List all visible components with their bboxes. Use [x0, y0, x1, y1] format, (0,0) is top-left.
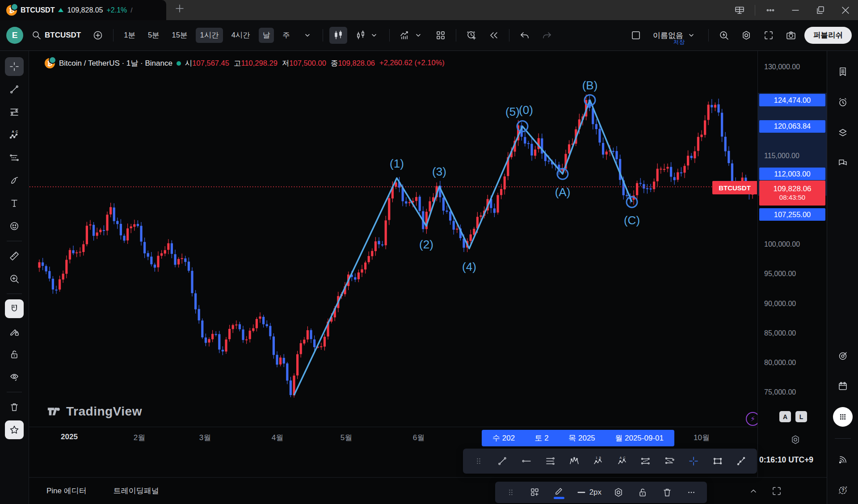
candle-body: [663, 169, 665, 170]
watchlist-button[interactable]: [833, 63, 852, 81]
multi-monitor-button[interactable]: [727, 0, 752, 20]
symbol-legend[interactable]: ₿ Bitcoin / TetherUS · 1날 · Binance 시107…: [45, 58, 445, 68]
apps-grid-icon: [838, 412, 848, 422]
line-width-button[interactable]: 2px: [575, 483, 603, 501]
gann-tool-button[interactable]: [5, 148, 24, 167]
snapshot-button[interactable]: [782, 27, 800, 44]
timeframe-5m[interactable]: 5분: [144, 28, 164, 43]
fav-parallel-lines-button[interactable]: [541, 452, 559, 470]
fullscreen-button[interactable]: [760, 27, 778, 44]
layout-select-button[interactable]: [627, 27, 645, 44]
tab-btcusdt[interactable]: ₿ BTCUSDT 109,828.05 +2.1% /: [0, 0, 166, 20]
fav-elliott-correction-button[interactable]: AC: [613, 452, 631, 470]
elliott-wave-drawing[interactable]: (1)(2)(3)(4)(5)(0)(A)(B)(C): [294, 79, 640, 395]
hide-all-drawings-button[interactable]: [5, 368, 24, 386]
save-link[interactable]: 저장: [673, 38, 685, 46]
fav-extended-lines-button[interactable]: [732, 452, 750, 470]
magnet-mode-button[interactable]: [5, 299, 24, 318]
quick-search-button[interactable]: [715, 27, 733, 44]
titlebar: ₿ BTCUSDT 109,828.05 +2.1% /: [0, 0, 858, 20]
symbol-search-button[interactable]: BTCUSDT: [28, 27, 84, 44]
new-tab-button[interactable]: [174, 3, 185, 14]
collapse-panel-button[interactable]: [748, 486, 759, 496]
fav-horizontal-ray-button[interactable]: [517, 452, 535, 470]
trading-panel-button[interactable]: 트레이딩패널: [114, 486, 159, 496]
chat-button[interactable]: [833, 154, 852, 172]
lock-drawing-button[interactable]: [634, 483, 652, 501]
fav-elliott-wave-button[interactable]: [565, 452, 583, 470]
alerts-button[interactable]: [833, 93, 852, 112]
remove-drawings-button[interactable]: [5, 398, 24, 416]
timeframe-4h[interactable]: 4시간: [227, 28, 254, 43]
ruler-icon: [9, 251, 20, 261]
more-options-button[interactable]: [682, 483, 700, 501]
line-color-button[interactable]: [550, 483, 568, 501]
emoji-tool-button[interactable]: [5, 217, 24, 235]
chart-area[interactable]: (1)(2)(3)(4)(5)(0)(A)(B)(C) ₿ Bitcoin / …: [29, 51, 757, 427]
chart-settings-button[interactable]: [737, 27, 755, 44]
fib-retracement-tool-button[interactable]: [5, 103, 24, 122]
log-scale-button[interactable]: L: [795, 411, 807, 422]
chart-style-menu-button[interactable]: [352, 27, 383, 44]
indicators-button[interactable]: [396, 27, 427, 44]
stay-in-drawing-mode-button[interactable]: [5, 322, 24, 341]
restore-button[interactable]: [808, 0, 833, 20]
drawing-settings-button[interactable]: [610, 483, 627, 501]
fav-elliott-impulse-button[interactable]: 15: [589, 452, 607, 470]
candle-body: [218, 334, 220, 350]
timeframe-menu-button[interactable]: [299, 27, 316, 44]
fav-rectangle-button[interactable]: [709, 452, 727, 470]
data-feed-status-button[interactable]: [833, 450, 852, 469]
price-axis[interactable]: A L 0:16:10 UTC+9 130,000.00115,000.0010…: [757, 51, 827, 477]
undo-button[interactable]: [516, 27, 534, 44]
avatar[interactable]: E: [6, 27, 23, 44]
timeframe-15m[interactable]: 15분: [168, 28, 192, 43]
timeframe-1m[interactable]: 1분: [120, 28, 139, 43]
maximize-panel-button[interactable]: [771, 486, 782, 496]
brush-tool-button[interactable]: [5, 171, 24, 190]
create-alert-button[interactable]: [463, 27, 480, 44]
favorite-tools-button[interactable]: [5, 420, 24, 439]
measure-tool-button[interactable]: [5, 247, 24, 265]
help-button[interactable]: ?: [833, 481, 852, 500]
timeframe-1h[interactable]: 1시간: [196, 28, 223, 43]
disjoint-channel-icon: [665, 456, 675, 466]
publish-button[interactable]: 퍼블리쉬: [804, 27, 852, 44]
drag-handle[interactable]: [502, 483, 520, 501]
trash-icon: [662, 487, 673, 498]
flat-channel-icon: [640, 456, 651, 466]
last-price-value: 109,828.06: [773, 184, 811, 193]
text-tool-button[interactable]: [5, 194, 24, 213]
lock-all-drawings-button[interactable]: [5, 345, 24, 364]
fav-disjoint-channel-button[interactable]: [661, 452, 679, 470]
fav-flat-channel-button[interactable]: [637, 452, 655, 470]
layout-templates-button[interactable]: [432, 27, 450, 44]
trend-line-tool-button[interactable]: [5, 80, 24, 99]
chart-style-candles-button[interactable]: [329, 27, 347, 44]
zoom-in-tool-button[interactable]: [5, 269, 24, 288]
axis-settings-button[interactable]: [790, 434, 801, 445]
pattern-tool-button[interactable]: AC: [5, 126, 24, 144]
bar-replay-button[interactable]: [485, 27, 503, 44]
object-tree-button[interactable]: [833, 123, 852, 142]
cursor-crosshair-button[interactable]: [5, 57, 24, 76]
drag-handle[interactable]: [470, 452, 488, 470]
apps-menu-button[interactable]: [833, 407, 853, 427]
pine-editor-button[interactable]: Pine 에디터: [46, 486, 87, 496]
timeframe-1d[interactable]: 날: [259, 28, 274, 43]
fav-trend-line-button[interactable]: [493, 452, 511, 470]
timeframe-1w[interactable]: 주: [278, 28, 294, 43]
fav-cross-line-button[interactable]: [685, 452, 702, 470]
candle-body: [687, 156, 689, 166]
delete-drawing-button[interactable]: [658, 483, 676, 501]
close-button[interactable]: [833, 0, 858, 20]
browser-menu-button[interactable]: [758, 0, 783, 20]
calendar-button[interactable]: [833, 377, 852, 395]
screener-button[interactable]: [833, 346, 852, 365]
candle-body: [184, 258, 186, 262]
minimize-button[interactable]: [783, 0, 808, 20]
template-button[interactable]: [526, 483, 544, 501]
compare-symbol-button[interactable]: [89, 27, 107, 44]
auto-scale-button[interactable]: A: [779, 411, 791, 422]
redo-button[interactable]: [538, 27, 556, 44]
